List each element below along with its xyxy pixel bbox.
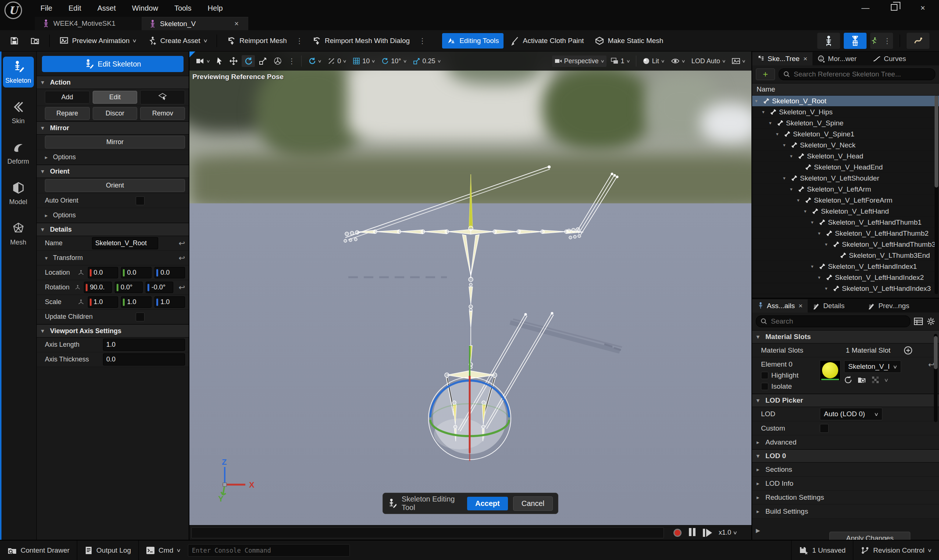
tree-row[interactable]: ▾Skeleton_V_Spine1 (752, 129, 939, 140)
tree-search-input[interactable]: Search Reference Skeleton Tree... (779, 68, 935, 80)
lod0-header[interactable]: ▾LOD 0 (752, 449, 939, 463)
isolate-checkbox[interactable] (761, 383, 768, 390)
tab-skeleton-v[interactable]: Skeleton_V × (142, 17, 248, 30)
add-material-slot-icon[interactable] (904, 346, 913, 355)
tree-scrollbar[interactable] (934, 95, 938, 294)
tree-row[interactable]: ▾Skeleton_V_Root (752, 95, 939, 107)
tree-row[interactable]: ▾Skeleton_V_Spine (752, 118, 939, 129)
scale-y-field[interactable]: 1.0 (121, 296, 152, 308)
tab-week4-motivesk1[interactable]: WEEK4_MotiveSK1 (35, 17, 142, 30)
transform-gizmo-icon[interactable] (77, 269, 85, 277)
mirror-options-label[interactable]: Options (53, 153, 76, 161)
gear-icon[interactable] (927, 317, 935, 326)
menu-item-window[interactable]: Window (125, 1, 165, 15)
make-static-mesh-button[interactable]: Make Static Mesh (590, 33, 668, 49)
expander-icon[interactable]: ▾ (783, 175, 788, 181)
apply-changes-button[interactable]: Apply Changes (830, 532, 910, 540)
record-button[interactable] (673, 529, 682, 537)
tab-asset-details[interactable]: Ass...ails× (752, 299, 808, 312)
physics-asset-button[interactable] (907, 33, 930, 49)
restore-icon[interactable] (885, 3, 904, 13)
location-x-field[interactable]: 0.0 (88, 267, 119, 278)
expander-icon[interactable]: ▾ (811, 220, 816, 225)
select-tool-button[interactable] (214, 55, 225, 67)
tree-row[interactable]: ▾Skeleton_V_LeftHandIndex2 (752, 272, 939, 283)
undo-icon[interactable]: ↩ (176, 283, 185, 292)
browse-asset-button[interactable] (26, 33, 44, 49)
add-bone-button[interactable]: + (756, 68, 775, 80)
material-thumbnail[interactable] (820, 360, 840, 381)
preview-animation-button[interactable]: Preview Animation∨ (55, 33, 141, 49)
expander-icon[interactable]: ▾ (790, 153, 796, 159)
world-local-toggle-button[interactable] (271, 55, 284, 67)
tree-row[interactable]: ▾Skeleton_V_LeftHandThumb2 (752, 228, 939, 239)
update-children-checkbox[interactable] (136, 312, 145, 322)
create-asset-button[interactable]: Create Asset∨ (143, 33, 211, 49)
orient-section-header[interactable]: ▾Orient (37, 165, 189, 178)
tab-morph-target-previewer[interactable]: Mor...wer (813, 52, 868, 65)
expander-icon[interactable]: ▾ (762, 109, 768, 115)
browse-to-asset-icon[interactable] (857, 376, 866, 384)
details-scrollbar[interactable] (934, 334, 937, 422)
rotation-x-field[interactable]: 90.0. (84, 282, 112, 293)
advanced-label[interactable]: Advanced (765, 438, 797, 446)
expander-icon[interactable]: ▾ (783, 142, 788, 148)
scale-tool-button[interactable] (256, 55, 269, 67)
axis-thickness-field[interactable]: 0.0 (103, 353, 185, 366)
editing-tools-button[interactable]: Editing Tools (442, 33, 503, 49)
edit-skeleton-button[interactable]: Edit Skeleton (42, 56, 183, 72)
material-select-dropdown[interactable]: Skeleton_V_I∨ (844, 360, 901, 373)
remove-button[interactable]: Remov (140, 107, 185, 120)
timeline-scrubber[interactable] (191, 527, 664, 538)
skeletal-mesh-asset-button[interactable] (844, 33, 867, 49)
perspective-button[interactable]: Perspective∨ (552, 55, 607, 67)
tree-row[interactable]: ▾Skeleton_V_Head (752, 151, 939, 162)
tree-row[interactable]: ▾Skeleton_V_LeftArm (752, 184, 939, 195)
expander-icon[interactable]: ▾ (797, 197, 802, 203)
revision-control-button[interactable]: Revision Control∨ (853, 540, 939, 560)
expander-icon[interactable]: ▾ (811, 264, 816, 269)
step-forward-button[interactable] (703, 529, 712, 537)
translate-tool-button[interactable] (227, 55, 240, 67)
transform-gizmo-icon[interactable] (77, 298, 85, 306)
lod0-row-sections[interactable]: ▸Sections (752, 463, 939, 477)
kebab-menu-icon[interactable]: ⋮ (286, 57, 297, 65)
details-section-header[interactable]: ▾Details (37, 223, 189, 236)
unsaved-button[interactable]: 1 Unsaved (791, 540, 853, 560)
use-selected-asset-icon[interactable] (844, 376, 852, 384)
location-z-field[interactable]: 0.0 (154, 267, 185, 278)
tab-skeleton-tree[interactable]: Ske...Tree× (752, 52, 813, 65)
activate-cloth-paint-button[interactable]: Activate Cloth Paint (506, 33, 588, 49)
screenshot-button[interactable]: ∨ (730, 55, 748, 66)
screen-percentage-button[interactable]: 1∨ (608, 55, 632, 67)
tree-column-header[interactable]: Name (752, 83, 939, 95)
grid-snap-button[interactable]: 10∨ (350, 55, 377, 67)
unreal-logo-icon[interactable]: U (5, 2, 22, 19)
tab-close-icon[interactable]: × (799, 302, 802, 310)
location-y-field[interactable]: 0.0 (121, 267, 152, 278)
expander-icon[interactable]: ▾ (818, 275, 824, 280)
playback-speed-dropdown[interactable]: x1.0∨ (719, 529, 737, 537)
expander-icon[interactable]: ▸ (45, 154, 50, 161)
select-mesh-button[interactable] (140, 90, 185, 105)
minimize-icon[interactable]: — (856, 3, 875, 13)
console-command-input[interactable]: Enter Console Command (188, 544, 350, 557)
expander-icon[interactable]: ▸ (757, 439, 762, 446)
menu-item-help[interactable]: Help (201, 1, 229, 15)
tab-details[interactable]: Details (808, 299, 863, 312)
undo-icon[interactable]: ↩ (176, 239, 185, 248)
tree-row[interactable]: ▾Skeleton_V_LeftForeArm (752, 195, 939, 206)
material-slots-header[interactable]: ▾Material Slots (752, 330, 939, 343)
sidebar-item-deform[interactable]: Deform (3, 137, 34, 168)
view-mode-button[interactable]: Lit∨ (640, 55, 667, 67)
rotation-y-field[interactable]: 0.0° (115, 282, 143, 293)
tab-close-icon[interactable]: × (803, 55, 807, 63)
scale-snap-button[interactable]: 0.25∨ (411, 55, 443, 67)
expander-icon[interactable]: ▾ (769, 120, 774, 126)
expander-icon[interactable]: ▾ (825, 286, 831, 291)
expander-icon[interactable]: ▸ (45, 212, 50, 219)
undo-icon[interactable]: ↩ (176, 254, 185, 263)
skeleton-asset-button[interactable] (817, 33, 840, 49)
animation-asset-button[interactable]: ⋮ (870, 33, 893, 49)
display-filter-icon[interactable] (914, 317, 923, 325)
